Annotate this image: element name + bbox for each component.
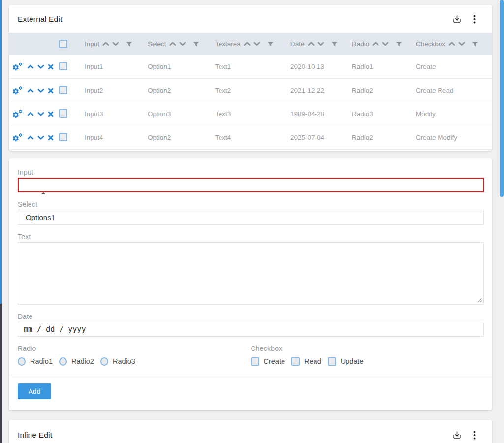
radio-option[interactable]: Radio1 [18,357,53,366]
cell-select: Option3 [144,110,211,118]
column-header-input: Input [81,40,144,48]
select-all-checkbox[interactable] [59,40,67,48]
row-actions [9,86,56,95]
filter-icon[interactable] [331,41,338,47]
text-field[interactable] [18,242,484,305]
sort-asc-icon[interactable] [102,42,109,46]
resize-handle-icon[interactable] [477,298,482,303]
checkbox-option-label: Create [264,357,285,365]
row-checkbox[interactable] [59,109,67,118]
inline-edit-card: Inline Edit [9,420,492,443]
input-group: Input [18,168,484,192]
move-down-icon[interactable] [37,112,44,117]
filter-icon[interactable] [267,41,274,47]
checkbox-option-label: Read [304,357,321,365]
grid-header-row: Input Select Textarea Date [9,33,492,55]
sort-desc-icon[interactable] [253,42,260,46]
delete-icon[interactable] [48,135,54,141]
column-label: Radio [352,40,369,48]
radio-option[interactable]: Radio3 [100,357,135,366]
radio-option[interactable]: Radio2 [59,357,94,366]
select-field[interactable]: Options1 [18,210,484,225]
checkbox-label: Checkbox [251,345,484,352]
table-row[interactable]: Input2 Option2 Text2 2021-12-22 Radio2 C… [9,79,492,102]
column-header-select: Select [144,40,211,48]
cell-checkbox: Create Modify [412,134,492,141]
left-edge-blue-segment [0,0,2,304]
filter-icon[interactable] [472,41,478,47]
move-up-icon[interactable] [27,64,34,69]
cell-radio: Radio1 [348,63,412,70]
move-up-icon[interactable] [27,135,34,140]
sort-asc-icon[interactable] [244,42,251,46]
move-up-icon[interactable] [27,88,34,93]
settings-icon[interactable] [12,62,24,71]
text-group: Text [18,233,484,305]
checkbox-icon[interactable] [291,357,300,366]
column-header-radio: Radio [348,40,412,48]
sort-desc-icon[interactable] [112,42,119,46]
delete-icon[interactable] [48,64,54,70]
settings-icon[interactable] [12,109,24,119]
filter-icon[interactable] [126,41,132,47]
move-down-icon[interactable] [37,88,44,93]
edit-form-card: Input Select Options1 Text Date mm / dd … [9,158,492,410]
sort-asc-icon[interactable] [448,42,455,46]
input-field[interactable] [18,178,484,192]
radio-option-label: Radio2 [71,357,94,365]
radio-icon[interactable] [59,357,67,366]
add-button[interactable]: Add [18,383,51,399]
table-row[interactable]: Input1 Option1 Text1 2020-10-13 Radio1 C… [9,55,492,79]
scrollbar-thumb[interactable] [500,0,504,197]
checkbox-option[interactable]: Update [328,357,364,366]
move-down-icon[interactable] [37,64,44,69]
scrollbar-track[interactable] [496,0,504,443]
checkbox-icon[interactable] [328,357,336,366]
checkbox-option-label: Update [341,357,364,365]
sort-asc-icon[interactable] [308,42,315,46]
download-icon[interactable] [452,14,462,24]
kebab-menu-icon[interactable] [473,431,476,440]
cell-input: Input2 [81,87,144,94]
radio-icon[interactable] [18,357,26,366]
cell-date: 2020-10-13 [286,63,348,70]
cell-date: 1989-04-28 [286,110,348,118]
kebab-menu-icon[interactable] [473,15,476,24]
delete-icon[interactable] [48,111,54,117]
download-icon[interactable] [452,430,462,440]
sort-desc-icon[interactable] [179,42,186,46]
cell-select: Option1 [144,63,211,70]
cell-radio: Radio2 [348,134,412,141]
delete-icon[interactable] [48,88,54,94]
row-actions [9,133,56,142]
filter-icon[interactable] [396,41,402,47]
row-checkbox[interactable] [59,62,67,70]
cell-input: Input3 [81,110,144,118]
row-checkbox[interactable] [59,133,67,141]
checkbox-option[interactable]: Read [291,357,321,366]
checkbox-option[interactable]: Create [251,357,285,366]
sort-asc-icon[interactable] [372,42,379,46]
sort-desc-icon[interactable] [458,42,465,46]
cell-input: Input4 [81,134,144,141]
settings-icon[interactable] [12,133,24,142]
date-field[interactable]: mm / dd / yyyy [18,322,484,337]
date-placeholder: mm / dd / yyyy [24,325,86,334]
row-checkbox[interactable] [59,86,67,94]
table-row[interactable]: Input4 Option2 Text4 2025-07-04 Radio2 C… [9,126,492,150]
move-up-icon[interactable] [27,112,34,117]
sort-asc-icon[interactable] [169,42,176,46]
filter-icon[interactable] [193,41,199,47]
table-row[interactable]: Input3 Option3 Text3 1989-04-28 Radio3 M… [9,102,492,126]
move-down-icon[interactable] [37,135,44,140]
date-label: Date [18,313,484,320]
radio-icon[interactable] [100,357,108,366]
sort-desc-icon[interactable] [317,42,324,46]
row-checkbox-cell [56,62,81,72]
settings-icon[interactable] [12,86,24,95]
grid-header-checkbox-cell [56,40,81,48]
radio-option-label: Radio1 [30,357,53,365]
sort-desc-icon[interactable] [382,42,389,46]
external-edit-card-header: External Edit [9,5,492,33]
checkbox-icon[interactable] [251,357,259,366]
